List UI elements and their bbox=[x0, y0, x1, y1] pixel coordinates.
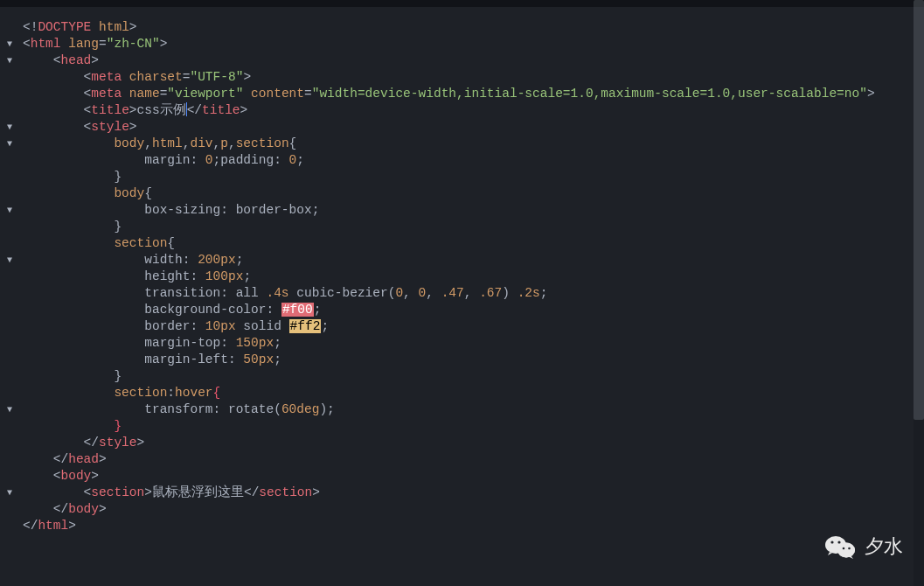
code-line[interactable]: <section>鼠标悬浮到这里</section> bbox=[23, 485, 924, 501]
token: "width=device-width,initial-scale=1.0,ma… bbox=[312, 87, 867, 101]
code-line[interactable]: <style> bbox=[23, 119, 924, 136]
code-line[interactable]: } bbox=[23, 169, 924, 185]
token: < bbox=[23, 469, 61, 483]
token: > bbox=[243, 70, 251, 84]
gutter-row[interactable]: ▼ bbox=[0, 485, 19, 501]
token: hover bbox=[175, 386, 213, 400]
token bbox=[122, 70, 129, 84]
code-line[interactable]: section{ bbox=[23, 235, 924, 252]
code-line[interactable]: transition: all .4s cubic-bezier(0, 0, .… bbox=[23, 285, 924, 302]
token: > bbox=[91, 53, 99, 67]
code-line[interactable]: </body> bbox=[23, 501, 924, 518]
code-line[interactable]: </head> bbox=[23, 451, 924, 468]
token: 0 bbox=[419, 286, 427, 300]
code-line[interactable]: margin: 0;padding: 0; bbox=[23, 152, 924, 169]
token: : bbox=[167, 386, 175, 400]
token: ; bbox=[314, 303, 322, 317]
gutter-row[interactable]: ▼ bbox=[0, 401, 19, 418]
token: = bbox=[99, 37, 107, 51]
code-line[interactable]: body,html,div,p,section{ bbox=[23, 136, 924, 152]
code-line[interactable]: <meta name="viewport" content="width=dev… bbox=[23, 86, 924, 102]
token bbox=[23, 136, 114, 150]
code-line[interactable]: } bbox=[23, 219, 924, 235]
token: 150px bbox=[236, 336, 274, 350]
code-line[interactable]: </style> bbox=[23, 435, 924, 451]
token: , bbox=[228, 136, 236, 150]
code-line[interactable]: } bbox=[23, 368, 924, 385]
token: body bbox=[114, 186, 144, 200]
token: style bbox=[91, 120, 129, 134]
token: cubic-bezier( bbox=[289, 286, 396, 300]
code-line[interactable]: <html lang="zh-CN"> bbox=[23, 36, 924, 52]
token: : bbox=[183, 253, 198, 267]
token: solid bbox=[236, 319, 289, 333]
gutter-row[interactable]: ▼ bbox=[0, 202, 19, 219]
token: ; bbox=[213, 153, 221, 167]
scrollbar-thumb[interactable] bbox=[914, 0, 924, 420]
token: > bbox=[312, 485, 320, 499]
watermark: 夕水 bbox=[824, 534, 903, 560]
code-line[interactable]: border: 10px solid #ff2; bbox=[23, 318, 924, 335]
token: p bbox=[220, 136, 228, 150]
token: : bbox=[274, 153, 288, 167]
code-line[interactable]: transform: rotate(60deg); bbox=[23, 401, 924, 418]
gutter-row bbox=[0, 19, 19, 36]
svg-point-6 bbox=[843, 548, 845, 550]
token: <! bbox=[23, 20, 38, 34]
token: : bbox=[213, 402, 228, 416]
token: ; bbox=[236, 253, 244, 267]
code-line[interactable]: background-color: #f00; bbox=[23, 302, 924, 318]
code-line[interactable]: } bbox=[23, 418, 924, 435]
token: < bbox=[23, 120, 91, 134]
token: { bbox=[144, 186, 152, 200]
gutter-row[interactable]: ▼ bbox=[0, 119, 19, 136]
code-line[interactable]: <body> bbox=[23, 468, 924, 485]
token bbox=[23, 319, 144, 333]
code-line[interactable]: body{ bbox=[23, 185, 924, 202]
code-area[interactable]: <!DOCTYPE html><html lang="zh-CN"> <head… bbox=[19, 19, 924, 586]
token: < bbox=[23, 103, 91, 117]
token: </ bbox=[23, 502, 68, 516]
svg-point-3 bbox=[837, 543, 855, 558]
code-line[interactable]: margin-left: 50px; bbox=[23, 352, 924, 368]
code-line[interactable]: <meta charset="UTF-8"> bbox=[23, 69, 924, 86]
token: border bbox=[144, 319, 190, 333]
token bbox=[23, 236, 114, 250]
token bbox=[23, 386, 114, 400]
token: ; bbox=[312, 203, 320, 217]
token: body bbox=[68, 502, 99, 516]
code-line[interactable]: <head> bbox=[23, 52, 924, 69]
gutter-row[interactable]: ▼ bbox=[0, 52, 19, 69]
gutter-row bbox=[0, 169, 19, 185]
code-line[interactable]: <title>css示例</title> bbox=[23, 102, 924, 119]
token: > bbox=[144, 485, 152, 499]
code-line[interactable]: height: 100px; bbox=[23, 269, 924, 285]
gutter-row bbox=[0, 518, 19, 534]
scrollbar-track[interactable] bbox=[914, 0, 924, 586]
token bbox=[23, 369, 114, 383]
gutter-row bbox=[0, 235, 19, 252]
code-line[interactable]: width: 200px; bbox=[23, 252, 924, 269]
token: charset bbox=[129, 70, 183, 84]
code-line[interactable]: </html> bbox=[23, 518, 924, 534]
token: html bbox=[99, 20, 129, 34]
token: body bbox=[114, 136, 144, 150]
gutter-row[interactable]: ▼ bbox=[0, 36, 19, 52]
gutter-row[interactable]: ▼ bbox=[0, 136, 19, 152]
token: : bbox=[220, 336, 235, 350]
code-line[interactable]: <!DOCTYPE html> bbox=[23, 19, 924, 36]
token: html bbox=[31, 37, 61, 51]
code-line[interactable]: box-sizing: border-box; bbox=[23, 202, 924, 219]
code-line[interactable]: margin-top: 150px; bbox=[23, 335, 924, 352]
editor-top-border bbox=[0, 0, 924, 7]
token: > bbox=[99, 452, 107, 466]
wechat-icon bbox=[824, 534, 856, 560]
token: rotate( bbox=[228, 402, 281, 416]
token: width bbox=[144, 253, 183, 267]
code-line[interactable]: section:hover{ bbox=[23, 385, 924, 401]
watermark-text: 夕水 bbox=[865, 534, 903, 560]
token: "UTF-8" bbox=[190, 70, 243, 84]
token: meta bbox=[91, 87, 122, 101]
gutter-row[interactable]: ▼ bbox=[0, 252, 19, 269]
token: style bbox=[99, 436, 137, 450]
